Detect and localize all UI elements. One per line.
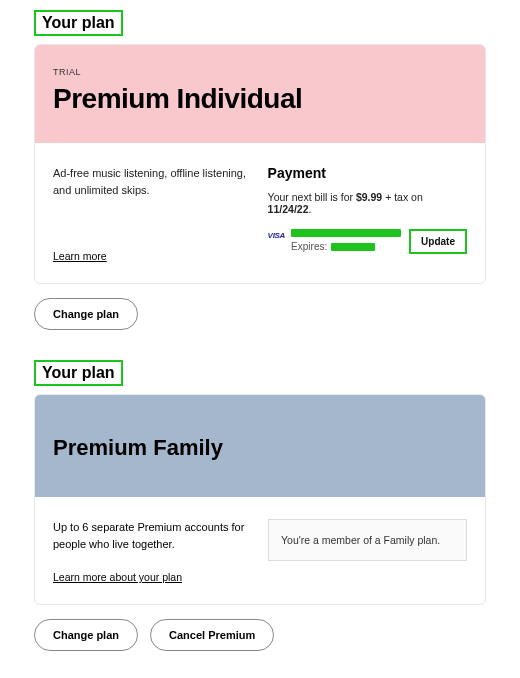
learn-more-family-link[interactable]: Learn more about your plan	[53, 570, 182, 586]
cancel-premium-button[interactable]: Cancel Premium	[150, 619, 274, 651]
plan-description-family: Up to 6 separate Premium accounts for pe…	[53, 519, 252, 552]
plan-name-family: Premium Family	[53, 435, 467, 461]
expires-label: Expires:	[291, 241, 327, 252]
next-bill-line: Your next bill is for $9.99 + tax on 11/…	[268, 191, 467, 215]
plan-card-individual: TRIAL Premium Individual Ad-free music l…	[34, 44, 486, 284]
family-member-notice: You're a member of a Family plan.	[268, 519, 467, 561]
plan-card-family: Premium Family Up to 6 separate Premium …	[34, 394, 486, 605]
plan-header-individual: TRIAL Premium Individual	[35, 45, 485, 143]
learn-more-link[interactable]: Learn more	[53, 249, 252, 265]
redacted-expiry	[331, 243, 375, 251]
plan-header-family: Premium Family	[35, 395, 485, 497]
change-plan-button-1[interactable]: Change plan	[34, 298, 138, 330]
change-plan-button-2[interactable]: Change plan	[34, 619, 138, 651]
update-payment-button[interactable]: Update	[409, 229, 467, 254]
payment-title: Payment	[268, 165, 467, 181]
plan-name-individual: Premium Individual	[53, 83, 467, 115]
redacted-card-number	[291, 229, 401, 237]
trial-badge: TRIAL	[53, 67, 467, 77]
visa-icon: VISA	[268, 231, 285, 240]
plan-description-individual: Ad-free music listening, offline listeni…	[53, 165, 252, 198]
section-title-2: Your plan	[34, 360, 123, 386]
section-title-1: Your plan	[34, 10, 123, 36]
